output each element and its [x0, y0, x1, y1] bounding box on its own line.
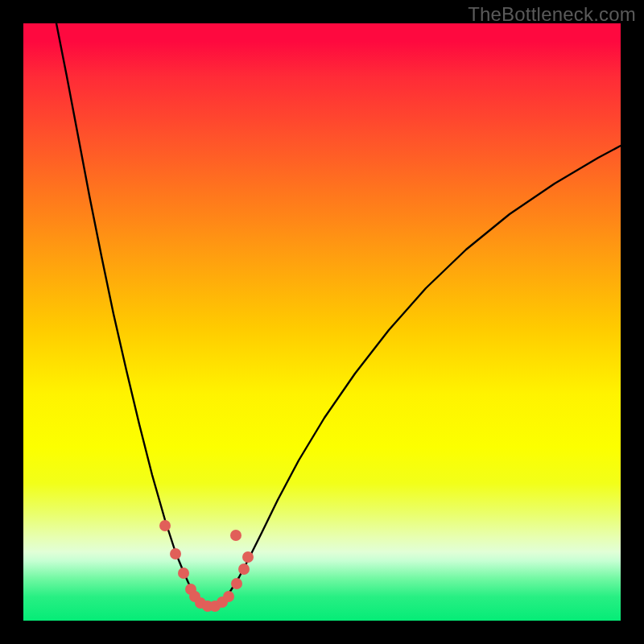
sample-point: [223, 591, 234, 602]
sample-point: [242, 551, 254, 563]
sample-point: [238, 564, 250, 575]
sample-point: [231, 578, 242, 589]
sample-point: [170, 548, 181, 559]
sample-point: [159, 520, 171, 531]
sample-points-layer: [23, 23, 621, 621]
sample-point: [230, 530, 242, 541]
sample-point: [178, 568, 189, 579]
watermark-text: TheBottleneck.com: [468, 3, 636, 26]
